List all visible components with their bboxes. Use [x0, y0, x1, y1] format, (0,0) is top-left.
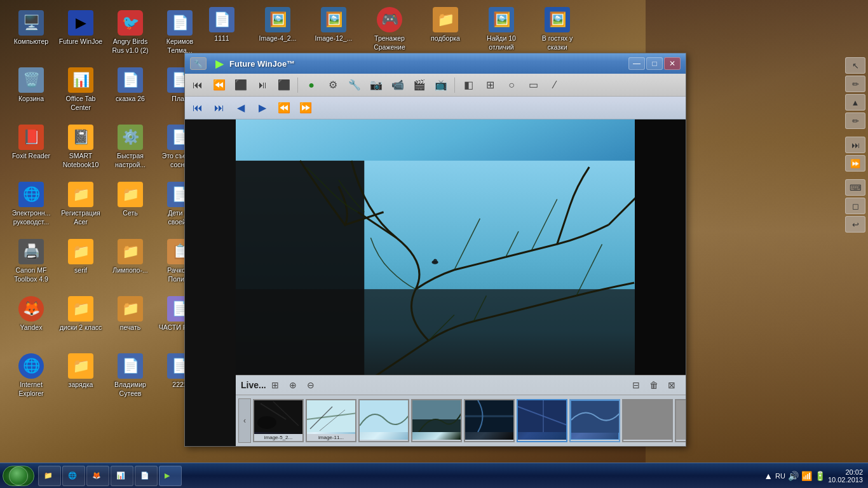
svg-point-3 — [431, 261, 438, 264]
toolbar-btn-tools[interactable]: 🔧 — [344, 76, 365, 94]
desktop-icon-officetab[interactable]: 📊 Office Tab Center — [56, 64, 105, 121]
desktop-icon-diski2[interactable]: 📁 диски 2 класс — [56, 292, 105, 349]
close-btn[interactable]: ✕ — [664, 57, 681, 70]
taskbar-item-ie[interactable]: 🌐 — [62, 466, 85, 486]
desktop-icon-trenajer[interactable]: 🎮 Тренажер Сражение — [365, 3, 414, 55]
sidebar-tool-pencil[interactable]: ✏ — [845, 112, 865, 129]
window-settings-btn[interactable]: 🔧 — [190, 57, 207, 70]
toolbar-btn-frame-next[interactable]: ⬛ — [274, 76, 294, 94]
taskbar-item-word[interactable]: 📄 — [135, 466, 158, 486]
thumbnail-8[interactable] — [622, 399, 673, 442]
sidebar-gap — [845, 131, 865, 135]
taskbar-item-winjoe[interactable]: ▶ — [159, 466, 182, 486]
zoom-fit-btn[interactable]: ⊞ — [266, 377, 284, 393]
desktop-icon-computer[interactable]: 🖥️ Компьютер — [6, 6, 56, 64]
maximize-btn[interactable]: □ — [646, 57, 663, 70]
desktop-icon-yandex[interactable]: 🦊 Yandex — [6, 292, 56, 349]
thumbnail-3[interactable] — [358, 399, 409, 442]
desktop-icon-foxit[interactable]: 📕 Foxit Reader — [6, 121, 56, 178]
toolbar-btn-video[interactable]: 📹 — [388, 76, 408, 94]
thumbnail-4[interactable] — [411, 399, 462, 442]
desktop-icon-pechat[interactable]: 📁 печать — [105, 292, 155, 349]
sidebar-tool-forward[interactable]: ⏭ — [845, 137, 865, 153]
thumbnail-6[interactable] — [517, 399, 567, 442]
toolbar2-btn-step-back[interactable]: ◀ — [231, 99, 251, 117]
thumbnail-9[interactable] — [675, 399, 686, 442]
toolbar-btn-camera[interactable]: 📷 — [366, 76, 386, 94]
desktop-icon-image4[interactable]: 🖼️ Image-4_2... — [253, 3, 302, 55]
taskbar-item-explorer[interactable]: 📁 — [38, 466, 61, 486]
toolbar-btn-film[interactable]: 🎬 — [409, 76, 430, 94]
sidebar-tool-select[interactable]: ↖ — [845, 57, 865, 74]
desktop-icon-bystraya[interactable]: ⚙️ Быстрая настрой... — [105, 121, 155, 178]
toolbar2-btn-ffwd[interactable]: ⏩ — [295, 99, 316, 117]
thumb-label-2: image-11... — [307, 434, 355, 441]
delete-btn[interactable]: 🗑 — [645, 377, 663, 393]
toolbar-btn-monitor[interactable]: 📺 — [431, 76, 451, 94]
toolbar-btn-settings[interactable]: ⚙ — [323, 76, 343, 94]
toolbar-btn-crop[interactable]: ◧ — [458, 76, 478, 94]
tray-arrow-icon[interactable]: ▲ — [764, 471, 773, 481]
sidebar-tool-fastfwd[interactable]: ⏩ — [845, 155, 865, 172]
desktop-icon-angrybirds[interactable]: 🐦 Angry Birds Rus v1.0 (2) — [105, 6, 155, 64]
delete-all-btn[interactable]: ⊠ — [663, 377, 681, 393]
desktop-icon-smartnotebook[interactable]: 📓 SMART Notebook10 — [56, 121, 105, 178]
tray-volume-icon[interactable]: 🔊 — [788, 471, 799, 481]
desktop-icon-najdi10[interactable]: 🖼️ Найди 10 отличий — [477, 3, 526, 55]
desktop-icon-limpopo[interactable]: 📁 Лимпопо-... — [105, 235, 155, 292]
toolbar-sep-2 — [454, 78, 455, 93]
thumbnail-5[interactable] — [464, 399, 515, 442]
toolbar-btn-frame-prev[interactable]: ⬛ — [231, 76, 251, 94]
desktop-icon-registraciya[interactable]: 📁 Регистрация Acer — [56, 178, 105, 235]
toolbar2-btn-step-fwd[interactable]: ▶ — [252, 99, 273, 117]
desktop-icon-futurewinjoe[interactable]: ▶ Future WinJoe — [56, 6, 105, 64]
toolbar-btn-rect[interactable]: ▭ — [523, 76, 543, 94]
desktop-icon-serif[interactable]: 📁 serif — [56, 235, 105, 292]
thumbnail-7[interactable] — [569, 399, 620, 442]
thumb-label-9 — [676, 440, 686, 441]
zoom-out-btn[interactable]: ⊖ — [302, 377, 320, 393]
start-button[interactable] — [3, 466, 34, 486]
tray-battery-icon[interactable]: 🔋 — [815, 471, 825, 481]
thumbnail-1[interactable]: image-5_2... — [253, 399, 304, 442]
desktop-icon-korzina[interactable]: 🗑️ Корзина — [6, 64, 56, 121]
desktop-icon-image12[interactable]: 🖼️ Image-12_... — [309, 3, 358, 55]
toolbar-btn-line[interactable]: ∕ — [545, 76, 565, 94]
desktop-icon-vladimir[interactable]: 📄 Владимир Сутеев — [105, 349, 155, 407]
toolbar-btn-prev[interactable]: ⏪ — [209, 76, 229, 94]
toolbar-btn-circle[interactable]: ○ — [501, 76, 522, 94]
desktop: 📄 1111 🖼️ Image-4_2... 🖼️ Image-12_... 🎮… — [0, 0, 868, 488]
toolbar2-btn-rewind[interactable]: ⏪ — [274, 99, 294, 117]
desktop-icon-zaryadka[interactable]: 📁 зарядка — [56, 349, 105, 407]
thumb-label-1: image-5_2... — [254, 434, 302, 441]
desktop-icon-ie[interactable]: 🌐 Internet Explorer — [6, 349, 56, 407]
desktop-icon-skazka26[interactable]: 📄 сказка 26 — [105, 64, 155, 121]
toolbar-btn-grid[interactable]: ⊞ — [480, 76, 500, 94]
taskbar-item-ppt[interactable]: 📊 — [111, 466, 133, 486]
thumb-nav-left[interactable]: ‹ — [238, 398, 251, 443]
tray-lang[interactable]: RU — [775, 472, 785, 480]
toolbar-btn-prev-start[interactable]: ⏮ — [187, 76, 208, 94]
thumbnail-2[interactable]: image-11... — [306, 399, 356, 442]
desktop-icon-podborka[interactable]: 📁 подборка — [421, 3, 470, 55]
layout-btn[interactable]: ⊟ — [627, 377, 645, 393]
ie-icon: 🌐 — [68, 471, 77, 480]
zoom-in-btn[interactable]: ⊕ — [284, 377, 302, 393]
sidebar-tool-up[interactable]: ▲ — [845, 94, 865, 111]
thumb-label-3 — [360, 440, 408, 441]
toolbar-btn-play[interactable]: ⏯ — [252, 76, 273, 94]
sidebar-tool-pen[interactable]: ✏ — [845, 76, 865, 92]
tray-network-icon[interactable]: 📶 — [801, 471, 812, 481]
desktop-icon-elektronniy[interactable]: 🌐 Электронн... руководст... — [6, 178, 56, 235]
taskbar-item-yandex[interactable]: 🦊 — [86, 466, 109, 486]
minimize-btn[interactable]: — — [628, 57, 645, 70]
desktop-icon-vgostyah[interactable]: 🖼️ В гостях у сказки — [532, 3, 582, 55]
desktop-icon-canon[interactable]: 🖨️ Canon MF Toolbox 4.9 — [6, 235, 56, 292]
toolbar2-btn-to-end[interactable]: ⏭ — [209, 99, 229, 117]
desktop-icon-set[interactable]: 📁 Сеть — [105, 178, 155, 235]
sidebar-tool-keyboard[interactable]: ⌨ — [845, 179, 865, 196]
sidebar-tool-undo[interactable]: ↩ — [845, 216, 865, 233]
toolbar2-btn-to-start[interactable]: ⏮ — [187, 99, 208, 117]
sidebar-tool-eraser[interactable]: ◻ — [845, 198, 865, 214]
toolbar-btn-record[interactable]: ● — [301, 76, 322, 94]
